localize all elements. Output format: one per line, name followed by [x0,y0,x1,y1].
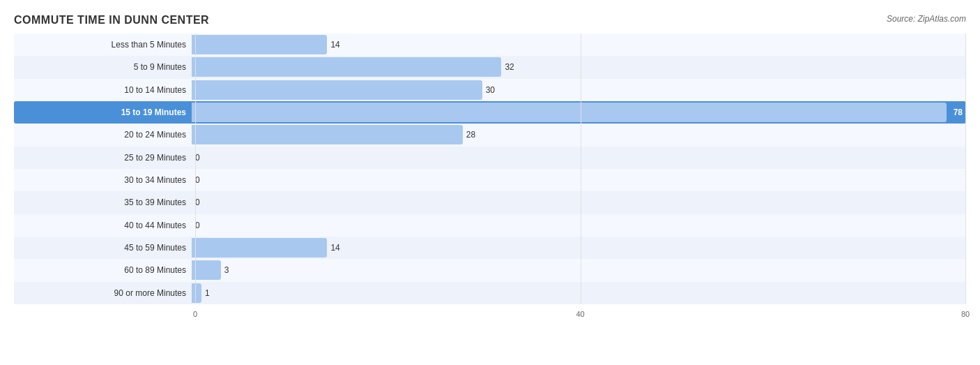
bar-label: 10 to 14 Minutes [14,85,192,95]
chart-area: Less than 5 Minutes145 to 9 Minutes3210 … [14,33,966,322]
bar-label: Less than 5 Minutes [14,40,192,50]
grid-line: 80 [965,33,966,304]
bar-label: 90 or more Minutes [14,288,192,298]
source-label: Source: ZipAtlas.com [887,14,966,24]
bar-label: 25 to 29 Minutes [14,153,192,163]
bar-label: 40 to 44 Minutes [14,221,192,230]
bar-label: 20 to 24 Minutes [14,130,192,140]
bar-label: 45 to 59 Minutes [14,243,192,253]
bar-label: 60 to 89 Minutes [14,265,192,275]
grid-label: 40 [576,310,584,318]
grid-line: 40 [581,33,581,304]
chart-title: COMMUTE TIME IN DUNN CENTER [14,14,966,27]
bar-label: 35 to 39 Minutes [14,198,192,207]
grid-lines: 04080 [195,33,966,304]
bar-label: 5 to 9 Minutes [14,62,192,72]
bar-label: 30 to 34 Minutes [14,175,192,185]
bar-label: 15 to 19 Minutes [14,107,192,117]
grid-line: 0 [195,33,196,304]
chart-container: COMMUTE TIME IN DUNN CENTER Source: ZipA… [0,0,980,365]
grid-label: 80 [961,310,970,318]
grid-label: 0 [193,310,197,318]
